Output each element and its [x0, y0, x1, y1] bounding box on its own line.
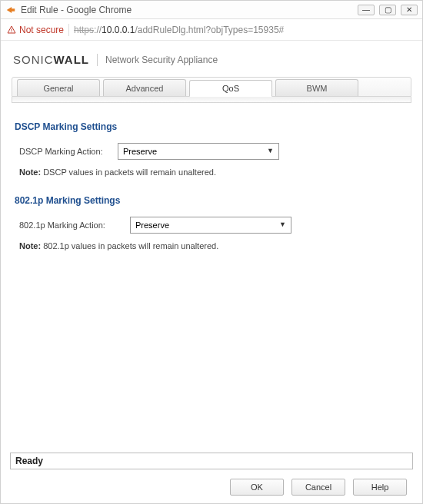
- window-titlebar: Edit Rule - Google Chrome — ▢ ✕: [1, 1, 422, 19]
- ok-button[interactable]: OK: [230, 479, 284, 496]
- 8021p-row: 802.1p Marking Action: Preserve: [12, 217, 411, 241]
- security-text: Not secure: [19, 25, 64, 35]
- tab-strip: General Advanced QoS BWM: [12, 77, 411, 97]
- window-title: Edit Rule - Google Chrome: [21, 5, 358, 15]
- tab-general[interactable]: General: [17, 79, 100, 96]
- security-indicator[interactable]: Not secure: [7, 25, 64, 35]
- brand-header: SONICWALL Network Security Appliance: [12, 48, 411, 77]
- warning-icon: [7, 25, 16, 35]
- tab-underline: [12, 97, 411, 103]
- close-button[interactable]: ✕: [401, 5, 418, 15]
- help-button[interactable]: Help: [353, 479, 407, 496]
- cancel-button[interactable]: Cancel: [291, 479, 345, 496]
- status-bar: Ready: [10, 453, 413, 469]
- note-prefix: Note:: [19, 241, 41, 250]
- svg-rect-0: [12, 28, 12, 31]
- url-sep: ://: [94, 25, 102, 35]
- dscp-row: DSCP Marking Action: Preserve: [12, 143, 411, 167]
- 8021p-section-title: 802.1p Marking Settings: [15, 195, 411, 206]
- brand-subtitle: Network Security Appliance: [105, 55, 218, 65]
- divider: [97, 54, 98, 66]
- dscp-section-title: DSCP Marking Settings: [15, 121, 411, 132]
- brand-name-a: SONIC: [13, 53, 54, 66]
- dscp-marking-select[interactable]: Preserve: [118, 143, 279, 160]
- 8021p-note: Note: 802.1p values in packets will rema…: [12, 241, 411, 264]
- window-controls: — ▢ ✕: [358, 5, 418, 15]
- tab-bwm[interactable]: BWM: [275, 79, 358, 96]
- select-value: Preserve: [123, 147, 157, 156]
- tab-label: General: [43, 84, 73, 93]
- minimize-button[interactable]: —: [358, 5, 375, 15]
- dscp-label: DSCP Marking Action:: [19, 147, 112, 156]
- note-prefix: Note:: [19, 167, 41, 177]
- brand-name-b: WALL: [54, 53, 90, 66]
- tab-label: Advanced: [126, 84, 164, 93]
- url-host: 10.0.0.1: [102, 25, 135, 35]
- tab-label: QoS: [222, 84, 239, 93]
- brand-logo: SONICWALL: [13, 53, 89, 66]
- divider: [68, 24, 69, 36]
- svg-rect-1: [12, 32, 12, 32]
- dialog-footer: OK Cancel Help: [12, 469, 411, 503]
- url-display[interactable]: https://10.0.0.1/addRuleDlg.html?objType…: [74, 25, 284, 35]
- maximize-button[interactable]: ▢: [379, 5, 396, 15]
- page-content: SONICWALL Network Security Appliance Gen…: [1, 41, 422, 503]
- dscp-note: Note: DSCP values in packets will remain…: [12, 167, 411, 191]
- url-path: /addRuleDlg.html?objTypes=15935#: [135, 25, 284, 35]
- spacer: [12, 264, 411, 453]
- 8021p-marking-select[interactable]: Preserve: [130, 217, 291, 234]
- tab-label: BWM: [307, 84, 328, 93]
- address-bar: Not secure https://10.0.0.1/addRuleDlg.h…: [1, 19, 422, 41]
- select-value: Preserve: [135, 220, 169, 230]
- note-text: 802.1p values in packets will remain una…: [41, 241, 218, 250]
- note-text: DSCP values in packets will remain unalt…: [41, 167, 216, 177]
- tab-qos[interactable]: QoS: [189, 80, 272, 97]
- tab-advanced[interactable]: Advanced: [103, 79, 186, 96]
- 8021p-label: 802.1p Marking Action:: [19, 220, 124, 230]
- url-scheme: https: [74, 25, 94, 35]
- chrome-icon: [5, 5, 16, 15]
